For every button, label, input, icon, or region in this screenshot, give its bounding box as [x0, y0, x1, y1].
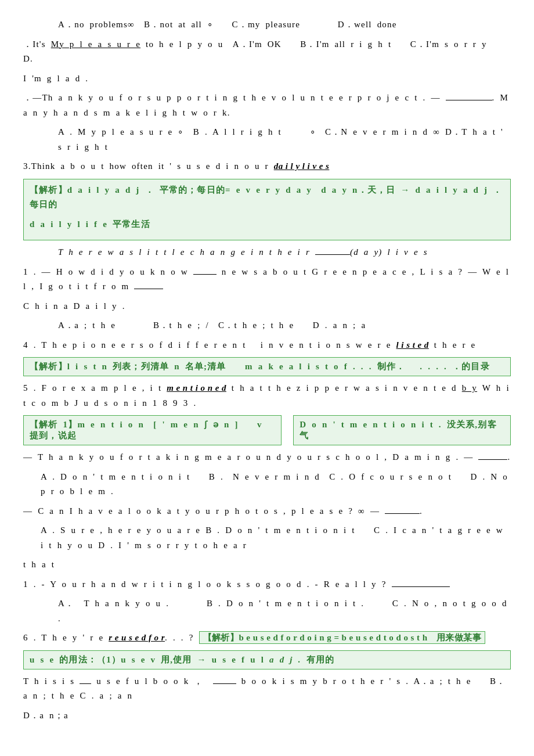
- line-9: C h i n a D a i l y .: [23, 299, 511, 314]
- inline-green-jiexi: 【解析】b e u s e d f o r d o i n g = b e u …: [199, 631, 486, 644]
- mentioned-underline: m e n t i o n e d: [167, 383, 226, 393]
- line-3: I 'm g l a d .: [23, 71, 511, 87]
- line-20: 6 . T h e y ' r e r e u s e d f o r. . .…: [23, 631, 511, 646]
- line-14: A . D o n ' t m e n t i o n i t B . N e …: [23, 470, 511, 499]
- line-17: t h a t: [23, 557, 511, 573]
- line-4: ．—Th a n k y o u f o r s u p p o r t i n…: [23, 91, 511, 120]
- line-5: A . M y p l e a s u r e ∘ B . A l l r i …: [23, 125, 511, 154]
- green-box-2: 【解析】l i s t n 列表；列清单 n 名单;清单 m a k e a l…: [23, 357, 511, 376]
- green-box-1: 【解析】d a i l y a d j ． 平常的；每日的= e v e r y…: [23, 179, 511, 241]
- line-21: T h i s i s u s e f u l b o o k ， b o o …: [23, 674, 511, 704]
- page-content: A．no problems∞ B．not at all ∘ C．my pleas…: [23, 17, 511, 723]
- line-2: ．It's My p l e a s u r e to h e l p y o …: [23, 37, 511, 67]
- daily-lives-underline: da i l y l i v e s: [274, 161, 330, 171]
- line-12: 5 . F o r e x a m p l e , i t m e n t i …: [23, 381, 511, 411]
- green-box-1-line1: 【解析】d a i l y a d j ． 平常的；每日的= e v e r y…: [30, 183, 504, 213]
- line-8: 1 . — H o w d i d y o u k n o w n e w s …: [23, 265, 511, 294]
- green-box-3-left: 【解析 1】m e n t i o n [ ' m e n ʃ ə n ] v …: [23, 415, 282, 445]
- listed-underline: l i s t e d: [396, 340, 429, 350]
- green-box-5: u s e 的用法：（1）u s e v 用,使用 → u s e f u l …: [23, 650, 511, 669]
- line-10: A．a ; t h e B．t h e ; / C．t h e ; t h e …: [23, 318, 511, 333]
- underline-mypheasure: My p l e a s u r e: [51, 39, 140, 49]
- line-18: 1 . - Y o u r h a n d w r i t i n g l o …: [23, 577, 511, 592]
- line-13: — T h a n k y o u f o r t a k i n g m e …: [23, 450, 511, 465]
- reused-for-underline: r e u s e d f o r: [109, 633, 165, 642]
- line-16: A . S u r e , h e r e y o u a r e B . D …: [23, 523, 511, 553]
- line-11: 4 . T h e p i o n e e r s o f d i f f e …: [23, 338, 511, 353]
- green-box-3-right: D o n ' t m e n t i o n i t . 没关系,别客气: [293, 415, 511, 445]
- line-22: D．a n；a: [23, 708, 511, 723]
- green-box-1-line2: d a i l y l i f e 平常生活: [30, 217, 504, 232]
- line-15: — C a n I h a v e a l o o k a t y o u r …: [23, 504, 511, 519]
- line-19: A． T h a n k y o u . B . D o n ' t m e n…: [23, 596, 511, 626]
- green-box-3-container: 【解析 1】m e n t i o n [ ' m e n ʃ ə n ] v …: [23, 415, 511, 445]
- line-6: 3.Think a b o u t how often it ' s u s e…: [23, 159, 511, 174]
- italic-line-1: T h e r e w a s l i t t l e c h a n g e …: [23, 245, 511, 260]
- line-1: A．no problems∞ B．not at all ∘ C．my pleas…: [23, 17, 511, 33]
